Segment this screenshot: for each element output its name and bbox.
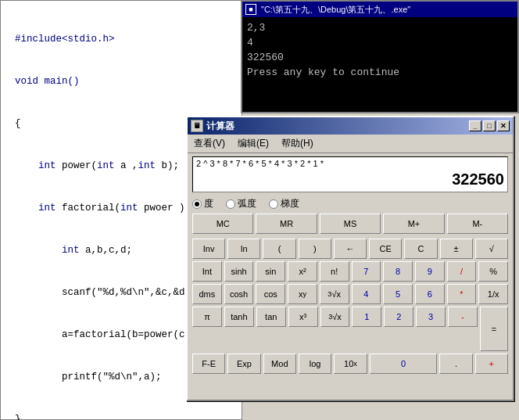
- calc-menubar: 查看(V) 编辑(E) 帮助(H): [188, 135, 513, 153]
- btn-mplus[interactable]: M+: [383, 214, 444, 234]
- cmd-line: 322560: [247, 50, 513, 65]
- btn-sqrt[interactable]: √: [475, 239, 508, 259]
- calc-btn-row-4: π tanh tan x³ 3√x 1 2 3 - =: [192, 307, 508, 351]
- menu-help[interactable]: 帮助(H): [278, 136, 317, 151]
- btn-xsquared[interactable]: x²: [288, 261, 317, 282]
- radio-radians-indicator: [226, 199, 235, 209]
- btn-mc[interactable]: MC: [192, 214, 253, 234]
- btn-8[interactable]: 8: [383, 261, 413, 282]
- btn-cosh[interactable]: cosh: [224, 284, 254, 304]
- btn-3[interactable]: 3: [416, 307, 446, 327]
- calc-btn-row-5: F-E Exp Mod log 10x 0 . +: [192, 354, 508, 374]
- btn-2[interactable]: 2: [384, 307, 413, 327]
- btn-mod[interactable]: Mod: [263, 354, 296, 374]
- btn-equals[interactable]: =: [480, 307, 508, 351]
- calc-icon: 🖩: [191, 120, 203, 132]
- cmd-line: 4: [247, 35, 513, 50]
- calc-display: 2 ^ 3 * 8 * 7 * 6 * 5 * 4 * 3 * 2 * 1 * …: [192, 156, 508, 192]
- cmd-content: 2,3 4 322560 Press any key to continue: [242, 17, 517, 83]
- calc-titlebar: 🖩 计算器 _ □ ✕: [188, 117, 513, 135]
- btn-divide[interactable]: /: [447, 261, 477, 282]
- btn-cos[interactable]: cos: [256, 284, 285, 304]
- radio-grads-indicator: [269, 199, 278, 209]
- btn-fe[interactable]: F-E: [192, 354, 225, 374]
- calc-memory-row: MC MR MS M+ M-: [188, 212, 513, 237]
- code-line: void main(): [15, 74, 238, 88]
- btn-log[interactable]: log: [299, 354, 331, 374]
- btn-5[interactable]: 5: [383, 284, 413, 304]
- cmd-window: ■ "C:\第五十九、\Debug\第五十九、.exe" 2,3 4 32256…: [241, 0, 519, 113]
- btn-plus[interactable]: +: [475, 354, 508, 374]
- cmd-line: Press any key to continue: [247, 65, 513, 80]
- radio-radians-label: 弧度: [238, 197, 256, 210]
- btn-xcubed[interactable]: x³: [288, 307, 318, 327]
- calc-btn-row-2: Int sinh sin x² n! 7 8 9 / %: [192, 261, 508, 282]
- btn-c[interactable]: C: [404, 239, 437, 259]
- close-button[interactable]: ✕: [497, 120, 510, 131]
- btn-7[interactable]: 7: [352, 261, 381, 282]
- calc-window-controls: _ □ ✕: [469, 120, 510, 131]
- cmd-title: "C:\第五十九、\Debug\第五十九、.exe": [261, 4, 410, 16]
- btn-pi[interactable]: π: [192, 307, 222, 327]
- menu-edit[interactable]: 编辑(E): [234, 136, 272, 151]
- btn-5thrt[interactable]: 3√x: [320, 307, 350, 327]
- btn-backspace[interactable]: ←: [334, 239, 367, 259]
- code-line: #include<stdio.h>: [15, 32, 238, 46]
- btn-4[interactable]: 4: [352, 284, 381, 304]
- calc-btn-row-3: dms cosh cos xy 3√x 4 5 6 * 1/x: [192, 284, 508, 304]
- btn-inv[interactable]: Inv: [192, 239, 225, 259]
- btn-decimal[interactable]: .: [439, 354, 472, 374]
- btn-tanh[interactable]: tanh: [224, 307, 254, 327]
- calc-formula: 2 ^ 3 * 8 * 7 * 6 * 5 * 4 * 3 * 2 * 1 *: [196, 159, 504, 168]
- btn-multiply[interactable]: *: [447, 284, 477, 304]
- radio-degrees-label: 度: [204, 197, 213, 210]
- btn-ce[interactable]: CE: [369, 239, 402, 259]
- radio-degrees-indicator: [192, 199, 202, 209]
- menu-view[interactable]: 查看(V): [191, 136, 228, 151]
- btn-sinh[interactable]: sinh: [224, 261, 254, 282]
- btn-exp[interactable]: Exp: [227, 354, 260, 374]
- maximize-button[interactable]: □: [483, 120, 496, 131]
- radio-degrees[interactable]: 度: [192, 197, 213, 210]
- btn-minus[interactable]: -: [448, 307, 478, 327]
- btn-dms[interactable]: dms: [192, 284, 222, 304]
- btn-0[interactable]: 0: [370, 354, 438, 374]
- calculator-window: 🖩 计算器 _ □ ✕ 查看(V) 编辑(E) 帮助(H) 2 ^ 3 * 8 …: [186, 116, 514, 401]
- btn-factorial[interactable]: n!: [320, 261, 349, 282]
- btn-10x[interactable]: 10x: [334, 354, 367, 374]
- btn-sin[interactable]: sin: [256, 261, 285, 282]
- btn-close-paren[interactable]: ): [299, 239, 331, 259]
- radio-grads-label: 梯度: [281, 197, 299, 210]
- btn-1[interactable]: 1: [352, 307, 381, 327]
- btn-ln[interactable]: ln: [227, 239, 260, 259]
- btn-mr[interactable]: MR: [256, 214, 317, 234]
- btn-open-paren[interactable]: (: [263, 239, 295, 259]
- calc-radio-group: 度 弧度 梯度: [188, 196, 513, 212]
- calc-title: 计算器: [206, 120, 469, 133]
- code-line: }: [15, 412, 238, 420]
- btn-cbrt[interactable]: 3√x: [320, 284, 349, 304]
- cmd-icon: ■: [245, 4, 256, 15]
- btn-ms[interactable]: MS: [320, 214, 381, 234]
- btn-plusminus[interactable]: ±: [440, 239, 473, 259]
- btn-reciprocal[interactable]: 1/x: [478, 284, 508, 304]
- btn-xy[interactable]: xy: [288, 284, 317, 304]
- radio-grads[interactable]: 梯度: [269, 197, 299, 210]
- calc-buttons: Inv ln ( ) ← CE C ± √ Int sinh sin x² n!…: [188, 237, 513, 378]
- calc-btn-row-1: Inv ln ( ) ← CE C ± √: [192, 239, 508, 259]
- calc-result: 322560: [196, 168, 504, 190]
- btn-tan[interactable]: tan: [256, 307, 286, 327]
- btn-int[interactable]: Int: [192, 261, 222, 282]
- btn-9[interactable]: 9: [415, 261, 445, 282]
- cmd-titlebar: ■ "C:\第五十九、\Debug\第五十九、.exe": [242, 2, 517, 17]
- cmd-line: 2,3: [247, 20, 513, 35]
- minimize-button[interactable]: _: [469, 120, 481, 131]
- radio-radians[interactable]: 弧度: [226, 197, 256, 210]
- btn-6[interactable]: 6: [415, 284, 445, 304]
- btn-mminus[interactable]: M-: [447, 214, 508, 234]
- btn-percent[interactable]: %: [478, 261, 508, 282]
